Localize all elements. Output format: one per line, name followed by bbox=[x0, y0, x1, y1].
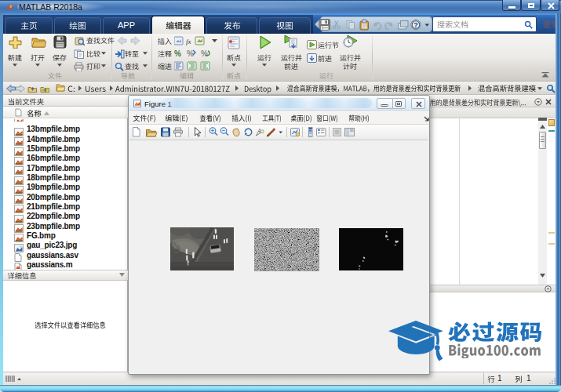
svg-text:fx: fx bbox=[186, 38, 191, 45]
svg-text:?: ? bbox=[413, 21, 418, 29]
svg-text:%: % bbox=[174, 49, 181, 58]
svg-text:%: % bbox=[187, 49, 194, 58]
svg-text:%: % bbox=[201, 49, 208, 58]
